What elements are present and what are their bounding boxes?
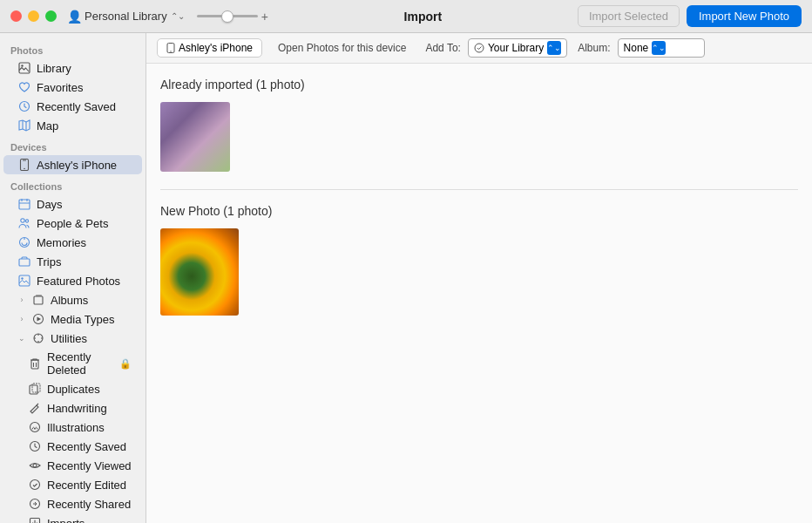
- device-tab-label: Ashley's iPhone: [179, 42, 253, 54]
- imports-icon: [28, 516, 42, 523]
- chevron-updown-icon: ⌃⌄: [171, 11, 185, 21]
- zoom-slider[interactable]: +: [197, 10, 268, 24]
- import-new-photo-button[interactable]: Import New Photo: [687, 5, 802, 27]
- svg-point-1: [21, 65, 23, 66]
- sidebar-label-duplicates: Duplicates: [47, 383, 100, 396]
- slider-thumb[interactable]: [221, 10, 233, 23]
- sidebar-item-duplicates[interactable]: Duplicates: [3, 379, 142, 398]
- library-dropdown-icon: [474, 43, 484, 53]
- window-controls: [10, 10, 57, 22]
- content-area: Ashley's iPhone Open Photos for this dev…: [146, 33, 812, 523]
- devices-section-title: Devices: [0, 135, 145, 155]
- svg-point-32: [33, 464, 37, 467]
- svg-rect-20: [34, 296, 43, 304]
- close-button[interactable]: [10, 10, 22, 22]
- sidebar-label-media-types: Media Types: [51, 313, 114, 326]
- sidebar-item-recently-saved[interactable]: Recently Saved: [3, 97, 142, 116]
- memories-icon: [17, 235, 31, 249]
- sidebar-item-featured[interactable]: Featured Photos: [3, 271, 142, 290]
- people-icon: [17, 216, 31, 230]
- already-imported-photo-1[interactable]: [160, 102, 230, 172]
- trash-icon: [28, 357, 42, 370]
- sidebar-item-albums[interactable]: › Albums: [3, 290, 142, 309]
- device-tab-active[interactable]: Ashley's iPhone: [157, 38, 262, 58]
- sidebar-label-map: Map: [37, 119, 58, 132]
- already-imported-header: Already imported (1 photo): [160, 78, 798, 92]
- expand-utilities-icon: ⌄: [17, 334, 26, 343]
- sidebar-item-days[interactable]: Days: [3, 194, 142, 214]
- import-toolbar: Ashley's iPhone Open Photos for this dev…: [146, 33, 812, 64]
- photos-section-title: Photos: [0, 38, 145, 58]
- duplicate-icon: [28, 382, 42, 396]
- photo-lavender-bg: [160, 102, 230, 172]
- sidebar-item-recently-viewed[interactable]: Recently Viewed: [3, 456, 142, 475]
- utilities-icon: [31, 331, 45, 345]
- media-icon: [31, 312, 45, 326]
- library-dropdown[interactable]: Your Library ⌃⌄: [468, 38, 567, 58]
- open-photos-btn[interactable]: Open Photos for this device: [269, 39, 415, 57]
- titlebar-left: 👤 Personal Library ⌃⌄ +: [67, 10, 268, 24]
- sidebar-label-illustrations: Illustrations: [47, 421, 105, 434]
- sidebar-label-favorites: Favorites: [37, 81, 83, 94]
- svg-point-7: [24, 168, 25, 170]
- sidebar-label-albums: Albums: [51, 294, 88, 307]
- svg-line-29: [37, 404, 38, 405]
- sidebar-item-handwriting[interactable]: Handwriting: [3, 398, 142, 418]
- sidebar-item-favorites[interactable]: Favorites: [3, 78, 142, 97]
- sidebar-item-recently-deleted[interactable]: Recently Deleted 🔒: [3, 348, 142, 379]
- edit-icon: [28, 478, 42, 492]
- sidebar-item-memories[interactable]: Memories: [3, 233, 142, 252]
- sidebar-label-recently-shared: Recently Shared: [47, 498, 131, 511]
- svg-rect-24: [31, 360, 38, 369]
- share-icon: [28, 497, 42, 511]
- sidebar-item-recently-edited[interactable]: Recently Edited: [3, 475, 142, 494]
- sidebar-item-people[interactable]: People & Pets: [3, 214, 142, 233]
- heart-icon: [17, 80, 31, 94]
- sidebar-item-utilities-recently-saved[interactable]: Recently Saved: [3, 437, 142, 456]
- slider-track[interactable]: [197, 15, 258, 17]
- add-to-label: Add To:: [425, 42, 460, 54]
- album-dropdown[interactable]: None ⌃⌄: [618, 38, 705, 58]
- minimize-button[interactable]: [28, 10, 39, 22]
- new-photo-1[interactable]: [160, 228, 239, 316]
- handwriting-icon: [28, 401, 42, 415]
- sidebar-item-recently-shared[interactable]: Recently Shared: [3, 494, 142, 513]
- map-icon: [17, 119, 31, 132]
- sidebar-item-trips[interactable]: Trips: [3, 252, 142, 271]
- phone-tab-icon: [166, 43, 175, 53]
- sidebar-item-utilities[interactable]: ⌄ Utilities: [3, 329, 142, 348]
- sidebar-label-trips: Trips: [37, 255, 61, 268]
- already-imported-grid: [160, 102, 798, 172]
- svg-point-14: [25, 220, 28, 222]
- person-icon: 👤: [67, 10, 81, 24]
- sidebar-item-illustrations[interactable]: Illustrations: [3, 418, 142, 437]
- new-photo-grid: [160, 228, 798, 316]
- sidebar-label-recently-saved: Recently Saved: [37, 100, 116, 113]
- sidebar-label-recently-edited: Recently Edited: [47, 479, 126, 492]
- sidebar-item-map[interactable]: Map: [3, 116, 142, 135]
- eye-icon: [28, 458, 42, 472]
- sidebar-item-iphone[interactable]: Ashley's iPhone: [3, 155, 142, 174]
- library-selector[interactable]: 👤 Personal Library ⌃⌄: [67, 10, 185, 24]
- album-dropdown-value: None: [624, 42, 649, 54]
- sidebar-label-recently-deleted: Recently Deleted: [47, 350, 114, 377]
- library-name: Personal Library: [85, 10, 167, 23]
- album-label: Album:: [578, 42, 610, 54]
- sidebar-item-imports[interactable]: Imports: [3, 513, 142, 523]
- svg-point-38: [170, 51, 171, 51]
- sidebar-item-library[interactable]: Library: [3, 58, 142, 78]
- sidebar-item-media-types[interactable]: › Media Types: [3, 309, 142, 329]
- sidebar-label-days: Days: [37, 198, 63, 211]
- featured-icon: [17, 274, 31, 288]
- svg-rect-18: [19, 275, 30, 286]
- new-photo-header: New Photo (1 photo): [160, 204, 798, 218]
- svg-rect-9: [19, 200, 30, 209]
- library-dropdown-arrow: ⌃⌄: [547, 41, 561, 55]
- sidebar-label-imports: Imports: [47, 517, 85, 524]
- clock2-icon: [28, 439, 42, 453]
- photos-icon: [17, 61, 31, 75]
- zoom-plus-icon: +: [261, 10, 268, 24]
- import-selected-button[interactable]: Import Selected: [578, 5, 680, 27]
- maximize-button[interactable]: [45, 10, 57, 22]
- svg-marker-3: [19, 120, 30, 131]
